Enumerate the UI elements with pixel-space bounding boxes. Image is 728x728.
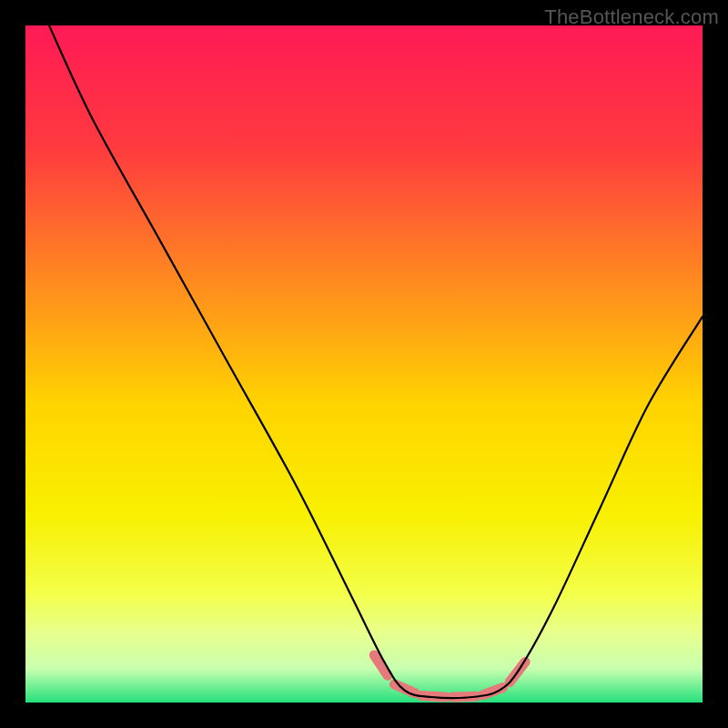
gradient-background <box>25 25 703 703</box>
plot-area <box>25 25 703 703</box>
chart-frame: TheBottleneck.com <box>0 0 728 728</box>
watermark-text: TheBottleneck.com <box>544 5 719 29</box>
chart-svg <box>25 25 703 703</box>
